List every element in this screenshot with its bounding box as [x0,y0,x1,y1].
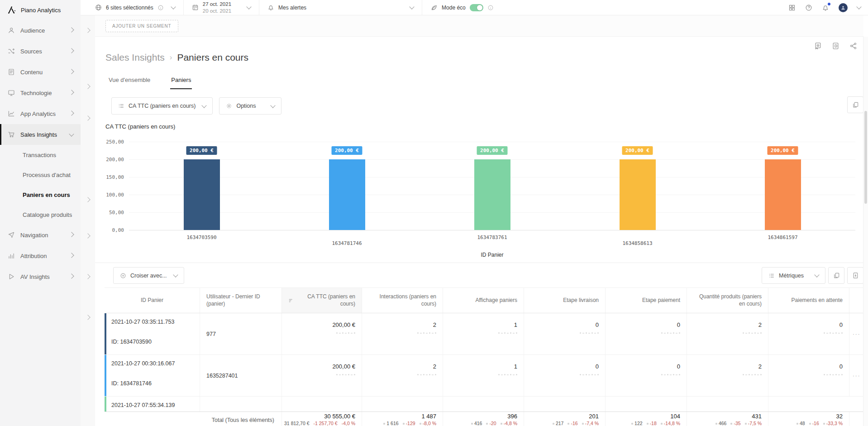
sources-icon [8,48,15,55]
chevron-down-icon [171,4,176,9]
sidebar-item-attribution[interactable]: Attribution [0,245,81,266]
add-segment-button[interactable]: AJOUTER UN SEGMENT [105,20,178,32]
column-header-id-panier[interactable]: ID Panier [105,288,200,313]
column-header-utilisateur-dernier-id-panier[interactable]: Utilisateur - Dernier ID (panier) [200,288,281,313]
metric-selector-dropdown[interactable]: CA TTC (paniers en cours) [111,97,213,115]
comparison-value: 217 [553,421,564,426]
sidebar-item-sources[interactable]: Sources [0,41,81,62]
column-header-paiements-en-attente[interactable]: Paiements en attente [768,288,849,313]
total-comparison: 48-16-33,3 % [796,421,843,426]
sparkline-dot [835,332,837,334]
sparkline-dot [423,332,424,334]
copy-widget-button[interactable] [847,96,863,113]
chart-bar[interactable] [765,159,801,230]
sidebar-item-technologie[interactable]: Technologie [0,82,81,103]
date-range-picker[interactable]: 27 oct. 2021 20 oct. 2021 [184,0,259,15]
comparison-dot-icon [647,423,649,425]
eco-mode-label: Mode éco [442,5,466,11]
tab-paniers[interactable]: Paniers [171,77,191,85]
sidebar-item-sales-insights[interactable]: Sales Insights [0,124,81,145]
chart-bar[interactable] [474,159,510,230]
notifications-bell-icon[interactable] [822,4,829,11]
total-comparison: 217-16-7,4 % [553,421,599,426]
sidebar-subitem-processus-d-achat[interactable]: Processus d'achat [0,165,81,185]
sparkline-dot [826,333,828,334]
sparkline-dot [336,332,338,334]
total-value: 201 [589,413,599,420]
table-row[interactable]: 2021-10-27 03:35:11.753ID: 1634703590977… [105,313,863,355]
chevron-right-icon [69,90,74,95]
chevron-down-icon[interactable] [856,4,861,9]
sidebar-item-audience[interactable]: Audience [0,20,81,41]
copy-table-button[interactable] [828,267,844,284]
metric-value: 0 [677,363,680,370]
table-row-partial[interactable]: 2021-10-27 07:55:34.139 [105,397,863,412]
share-icon[interactable] [849,42,857,50]
sidebar-item-av-insights[interactable]: AV Insights [0,266,81,287]
segment-bar: AJOUTER UN SEGMENT [95,15,863,37]
column-header-affichage-paniers[interactable]: Affichage paniers [443,288,524,313]
row-more-actions-button[interactable]: ··· [849,355,863,396]
bookmark-star-icon[interactable] [814,42,822,50]
chevron-down-icon [202,103,207,108]
alerts-selector[interactable]: Mes alertes [259,0,422,15]
eco-mode-toggle[interactable] [470,4,483,11]
metric-cell: 2 [362,355,443,396]
chart-bar[interactable] [620,159,656,230]
topbar: 6 sites sélectionnés 27 oct. 2021 20 oct… [81,0,868,15]
sparkline-dot [336,374,338,375]
chart-bar[interactable] [329,159,365,230]
column-header-etape-livraison[interactable]: Etape livraison [524,288,605,313]
sidebar-subitem-paniers-en-cours[interactable]: Paniers en cours [0,185,81,205]
sidebar-item-label: Sources [20,48,64,55]
sidebar-item-label: Audience [20,27,64,34]
site-selector[interactable]: 6 sites sélectionnés [87,0,184,15]
help-icon[interactable] [805,4,812,11]
sidebar-item-app-analytics[interactable]: App Analytics [0,103,81,124]
sidebar-item-label: Attribution [20,253,64,259]
column-header-etape-paiement[interactable]: Etape paiement [605,288,687,313]
metriques-dropdown[interactable]: Métriques [762,267,825,284]
calendar-icon [192,4,199,11]
bar-value-label: 200,00 € [186,146,217,155]
column-header-interactions-paniers-en-cours[interactable]: Interactions (paniers en cours) [362,288,443,313]
sidebar-item-contenu[interactable]: Contenu [0,62,81,82]
croiser-avec-dropdown[interactable]: Croiser avec... [113,267,184,284]
tab-vue-densemble[interactable]: Vue d'ensemble [109,77,150,85]
sidebar-subitem-transactions[interactable]: Transactions [0,145,81,165]
scrollbar-thumb[interactable] [864,111,867,204]
breadcrumb-section[interactable]: Sales Insights [105,52,165,63]
sparkline-dot [351,333,353,334]
metric-cell: 1 [443,313,524,354]
sidebar-subitem-catalogue-produits[interactable]: Catalogue produits [0,205,81,225]
user-id-cell: 977 [200,313,281,354]
sparkline-dot [670,333,672,334]
user-avatar[interactable] [839,3,848,12]
sparkline-dot [507,333,509,334]
sparkline-dot [594,374,596,375]
metric-cell: 1 [443,355,524,396]
metric-cell: 0 [605,355,687,396]
export-table-button[interactable] [847,267,863,284]
sidebar-item-navigation[interactable]: Navigation [0,225,81,245]
metric-value: 1 [514,321,517,328]
comparison-dot-icon [823,423,825,425]
column-header-quantit-produits-paniers-en-cours[interactable]: Quantité produits (paniers en cours) [687,288,768,313]
row-more-actions-button[interactable]: ··· [849,313,863,354]
metric-cell: 2 [687,355,768,396]
site-selector-label: 6 sites sélectionnés [106,5,153,11]
sparkline-dot [580,332,581,334]
chart-bar[interactable] [184,159,220,230]
comparison-dot-icon [809,423,811,425]
collapsed-panel-rail[interactable] [81,15,95,426]
metric-cell: 2 [687,313,768,354]
column-header-ca-ttc-paniers-en-cours[interactable]: CA TTC (paniers en cours) [281,288,362,313]
options-dropdown[interactable]: Options [219,97,281,115]
leaf-icon [430,4,438,11]
report-doc-icon[interactable] [832,42,839,50]
table-row[interactable]: 2021-10-27 00:30:16.067ID: 1634781746163… [105,355,863,397]
apps-grid-icon[interactable] [788,4,796,11]
brand[interactable]: Piano Analytics [0,0,81,20]
total-value: 32 [836,413,843,420]
mini-sparkline [824,374,843,375]
